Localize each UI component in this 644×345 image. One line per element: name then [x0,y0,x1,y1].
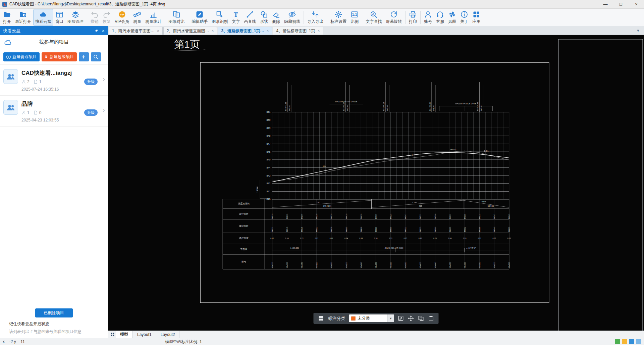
remember-label[interactable]: 记住快看云盘开启状态 [9,321,49,327]
status-bar: x = -2 y = 11 模型中的标注比例: 1 [0,338,644,345]
toolbar-item-open[interactable]: 打开 [1,9,13,26]
project-card[interactable]: CAD快速看...iangzj21升级2025-07-24 16:35:16› [0,65,108,96]
toolbar-item-recent-open[interactable]: 最近打开 [13,9,33,26]
cad-drawing-svg: 第1页8518508498488478468458448438428418401… [108,35,644,331]
new-project-button[interactable]: + 新建普通项目 [3,52,40,61]
status-chip-blue[interactable] [629,339,634,344]
design-elevation-value: 843.39 [316,214,318,219]
toolbar-item-measure[interactable]: 测量 [131,9,143,26]
toolbar-item-print[interactable]: 打印 [407,9,419,26]
close-tab-icon[interactable]: × [211,29,214,33]
close-tab-icon[interactable]: × [266,29,269,33]
toolbar-item-scale[interactable]: 1:1比例 [349,9,360,26]
edit-annotation-icon[interactable] [398,315,404,322]
doc-tab-2[interactable]: 2、雨污水管道立面图…× [163,27,217,35]
model-tab-Layout1[interactable]: Layout1 [133,331,156,338]
ground-elevation-value: 845.35 [419,227,421,232]
toolbar-item-apps[interactable]: 应用 [471,9,482,26]
people-icon [6,72,15,81]
toolbar-item-hide-annotation[interactable]: 隐藏箭线 [282,9,302,26]
move-annotation-icon[interactable] [408,315,414,322]
chevron-right-icon[interactable]: › [103,75,105,84]
station-label: K0+120 [316,262,318,268]
paste-annotation-icon[interactable] [428,315,434,322]
new-super-project-button[interactable]: ♛ 新建超级项目 [42,52,77,61]
ground-elevation-value: 843.12 [316,227,318,232]
toolbar-item-import-export[interactable]: 导入导出 [306,9,325,26]
toolbar-item-measure-stats[interactable]: 测量统计 [144,9,163,26]
drawing-canvas[interactable]: 第1页8518508498488478468458448438428418401… [108,35,644,331]
toolbar-item-window[interactable]: 窗口 [54,9,65,26]
station-label: K0+320 [390,262,392,268]
close-tab-icon[interactable]: × [317,29,320,33]
grade-label: 1.2% [412,153,417,156]
refresh-button[interactable] [79,52,89,61]
tab-overflow-arrow-icon[interactable]: ▼ [632,29,644,33]
toolbar-item-delete[interactable]: 删除 [270,9,282,26]
horizontal-curve-note: JD1 K0+306.14 R=5000 [385,247,404,249]
doc-tab-4[interactable]: 4、管位横断面图_1页× [273,27,323,35]
station-label: K0+000 [271,262,273,268]
elevation-label: 843 [267,175,271,177]
upgrade-badge[interactable]: 升级 [84,79,98,85]
fill-height-value: 0.14 [285,237,288,239]
project-card[interactable]: 品牌10升级2025-04-23 12:03:55› [0,96,108,127]
toolbar-item-text-search[interactable]: A文字查找 [364,9,383,26]
toolbar-item-about[interactable]: 关于 [459,9,470,26]
recent-icon [19,10,27,18]
maximize-button[interactable]: □ [613,0,629,8]
copy-annotation-icon[interactable] [418,315,424,322]
category-dropdown[interactable]: 未分类 ▼ [349,314,394,322]
design-elevation-value: 842.99 [301,214,303,219]
fill-height-value: 0.04 [448,237,451,239]
deleted-projects-button[interactable]: 已删除项目 [35,308,73,317]
toolbar-item-style[interactable]: 风般 [446,9,458,26]
toolbar-item-layer-manager[interactable]: 图层管理 [66,9,85,26]
toolbar-item-redo[interactable]: 恢复 [101,9,112,26]
fill-height-value: 0.07 [493,237,496,239]
project-date: 2025-07-24 16:35:16 [21,87,98,92]
status-chip-lightblue[interactable] [636,339,641,344]
pin-panel-icon[interactable] [94,29,99,33]
toolbar-item-edit-assistant[interactable]: 编辑助手 [190,9,209,26]
close-tab-icon[interactable]: × [157,29,159,33]
toolbar-item-cloud-drive[interactable]: 快看云盘 [34,9,53,26]
status-chip-green[interactable] [615,339,620,344]
horizontal-curve-note: α=10°47′41″ [467,247,476,249]
close-button[interactable]: × [629,0,644,8]
doc-tab-1[interactable]: 1、雨污水管道平面图…× [109,27,163,35]
impexp-icon [311,10,319,18]
doc-tab-3[interactable]: 3、道路纵断面图_1页…× [218,27,272,35]
station-label: K0+080 [301,262,303,268]
remember-checkbox[interactable] [3,322,7,326]
model-grid-icon[interactable] [109,331,116,338]
close-panel-icon[interactable]: × [102,28,105,34]
toolbar-item-screen-rotate[interactable]: 屏幕旋转 [384,9,404,26]
rotate-icon [390,10,398,18]
toolbar-item-drawing-compare[interactable]: 图纸对比 [167,9,186,26]
toolbar-item-annotation-settings[interactable]: 标注设置 [329,9,348,26]
toolbar-item-vip[interactable]: VIPVIP会员 [113,9,131,26]
toolbar-separator [304,11,304,24]
toolbar-item-account[interactable]: 账号 [422,9,434,26]
toolbar-item-draw-line[interactable]: 画直线 [242,9,258,26]
status-chip-yellow[interactable] [622,339,627,344]
minimize-button[interactable]: — [598,0,613,8]
model-tab-Layout2[interactable]: Layout2 [156,331,180,338]
station-label: K0+200 [345,262,347,268]
dropdown-arrow-icon[interactable]: ▼ [387,314,394,322]
toolbar-item-shapes[interactable]: 形状 [258,9,270,26]
toolbar-item-shape-recognition[interactable]: 图形识别 [210,9,229,26]
upgrade-badge[interactable]: 升级 [84,109,98,116]
svg-text:T: T [234,11,238,18]
toolbar-item-service[interactable]: 客服 [434,9,446,26]
classify-grid-icon[interactable] [318,315,324,322]
table-row-label: 现状高程 [239,225,249,228]
toolbar-item-text[interactable]: T文字 [230,9,241,26]
titlebar: CAD快速看图 - C:\Users\liangzj\Desktop\conve… [0,0,644,9]
search-button[interactable] [91,52,101,61]
people-icon [6,103,15,112]
toolbar-item-undo[interactable]: 撤销 [89,9,100,26]
chevron-right-icon[interactable]: › [103,106,105,114]
model-tab-模型[interactable]: 模型 [116,331,133,338]
